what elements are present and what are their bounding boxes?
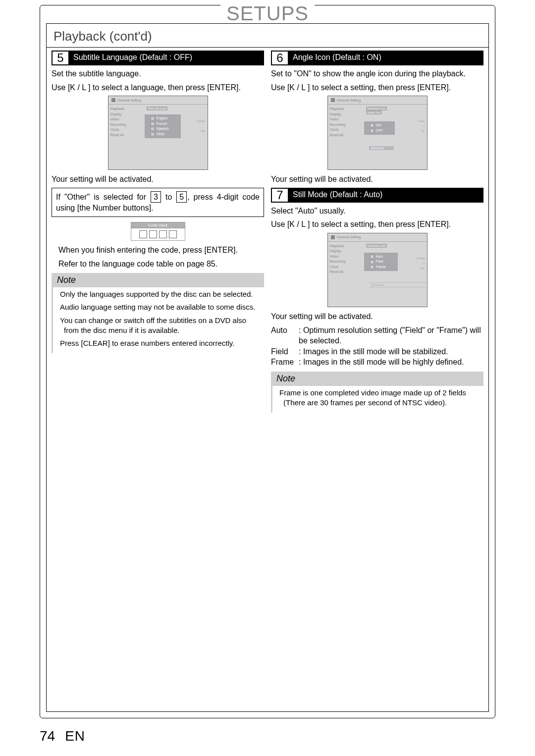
osd-side-item: Playback <box>110 107 143 112</box>
definition-auto: Auto : Optimum resolution setting ("Fiel… <box>271 325 483 346</box>
step-title: Subtitle Language (Default : OFF) <box>69 51 264 65</box>
osd-side-item: Video <box>110 117 143 122</box>
text: Use [K / L ] to select a setting, then p… <box>271 82 483 93</box>
osd-tab: Parental Lock <box>147 107 168 110</box>
osd-angle-icon: General Setting Playback Display Video R… <box>327 96 428 170</box>
step-number: 7 <box>271 188 289 203</box>
osd-side-item: Reset All <box>110 133 143 138</box>
osd-main: Parental Lock guage e age Auto Field Fra… <box>364 242 427 296</box>
note-item: Audio language setting may not be availa… <box>60 302 261 312</box>
osd-options: Auto Field Frame <box>364 253 398 271</box>
text: Your setting will be activated. <box>271 311 483 322</box>
osd-side-item: Display <box>110 112 143 117</box>
osd-tab: Parental Lock <box>366 107 387 110</box>
text: When you finish entering the code, press… <box>52 245 264 256</box>
callout-other-code: If "Other" is selected for 3 to 5, press… <box>52 188 264 217</box>
manual-page: SETUPS Playback (cont'd) 5 Subtitle Lang… <box>0 0 535 756</box>
code-input-graphic: Code Input <box>131 222 185 241</box>
text: Use [K / L ] to select a setting, then p… <box>271 219 483 230</box>
osd-options: English French Spanish Other <box>145 114 181 138</box>
note-item: Press [CLEAR] to erase numbers entered i… <box>60 338 261 348</box>
code-input-label: Code Input <box>131 222 185 228</box>
text: Select "Auto" usually. <box>271 206 483 216</box>
osd-bottom-label: Still Mode <box>369 282 426 287</box>
left-column: 5 Subtitle Language (Default : OFF) Set … <box>52 51 264 413</box>
text: Your setting will be activated. <box>271 174 483 185</box>
text: Set to "ON" to show the angle icon durin… <box>271 68 483 79</box>
boxed-number-5: 5 <box>176 191 187 203</box>
osd-sidebar: Playback Display Video Recording Clock R… <box>108 105 145 159</box>
osd-side-item: Clock <box>110 127 143 133</box>
note-item: Only the languages supported by the disc… <box>60 289 261 299</box>
step-number: 5 <box>52 51 69 65</box>
text: Set the subtitle language. <box>52 68 264 79</box>
osd-title: General Setting <box>117 99 142 102</box>
inner-frame: Playback (cont'd) 5 Subtitle Language (D… <box>46 23 489 712</box>
osd-title: General Setting <box>337 235 361 239</box>
note-item: Frame is one completed video image made … <box>279 388 481 408</box>
osd-tab: Audio Out <box>366 110 382 114</box>
note-item: You can change or switch off the subtitl… <box>60 316 261 336</box>
osd-side-item: Recording <box>110 122 143 128</box>
text: Your setting will be activated. <box>52 174 264 185</box>
osd-main: Parental Lock guage age English French S… <box>145 105 208 159</box>
page-footer: 74 EN <box>40 728 85 744</box>
osd-bottom-label: Still Mode <box>369 146 394 150</box>
page-number: 74 <box>40 728 55 744</box>
definition-frame: Frame : Images in the still mode will be… <box>271 357 483 368</box>
step-title: Angle Icon (Default : ON) <box>289 51 483 65</box>
outer-frame: SETUPS Playback (cont'd) 5 Subtitle Lang… <box>40 5 495 718</box>
page-title: SETUPS <box>220 2 315 25</box>
right-column: 6 Angle Icon (Default : ON) Set to "ON" … <box>271 51 483 413</box>
osd-options: ON OFF <box>364 121 395 135</box>
note-heading: Note <box>52 273 264 287</box>
osd-subtitle-language: General Setting Playback Display Video R… <box>108 96 208 170</box>
definition-field: Field : Images in the still mode will be… <box>271 346 483 357</box>
boxed-number-3: 3 <box>151 191 161 203</box>
osd-still-mode: General Setting Playback Display Video R… <box>327 233 428 307</box>
step-number: 6 <box>271 51 289 65</box>
section-title: Playback (cont'd) <box>47 24 488 48</box>
osd-main: Parental Lock Audio Out uage e ge ON OFF <box>364 105 427 159</box>
step-5-header: 5 Subtitle Language (Default : OFF) <box>52 51 264 65</box>
text: Use [K / L ] to select a language, then … <box>52 82 264 93</box>
text: Refer to the language code table on page… <box>52 259 264 270</box>
step-title: Still Mode (Default : Auto) <box>289 188 483 203</box>
note-heading: Note <box>271 372 483 386</box>
two-columns: 5 Subtitle Language (Default : OFF) Set … <box>47 48 488 413</box>
note-step7: Note Frame is one completed video image … <box>271 372 483 413</box>
note-body: Frame is one completed video image made … <box>271 386 483 413</box>
note-step5: Note Only the languages supported by the… <box>52 273 264 353</box>
step-6-header: 6 Angle Icon (Default : ON) <box>271 51 483 65</box>
osd-tab: Parental Lock <box>366 244 387 248</box>
osd-sidebar: Playback Display Video Recording Clock R… <box>328 105 364 159</box>
osd-title: General Setting <box>337 99 361 102</box>
osd-sidebar: Playback Display Video Recording Clock R… <box>328 242 364 296</box>
page-language: EN <box>65 728 85 744</box>
step-7-header: 7 Still Mode (Default : Auto) <box>271 188 483 203</box>
note-body: Only the languages supported by the disc… <box>52 287 264 353</box>
